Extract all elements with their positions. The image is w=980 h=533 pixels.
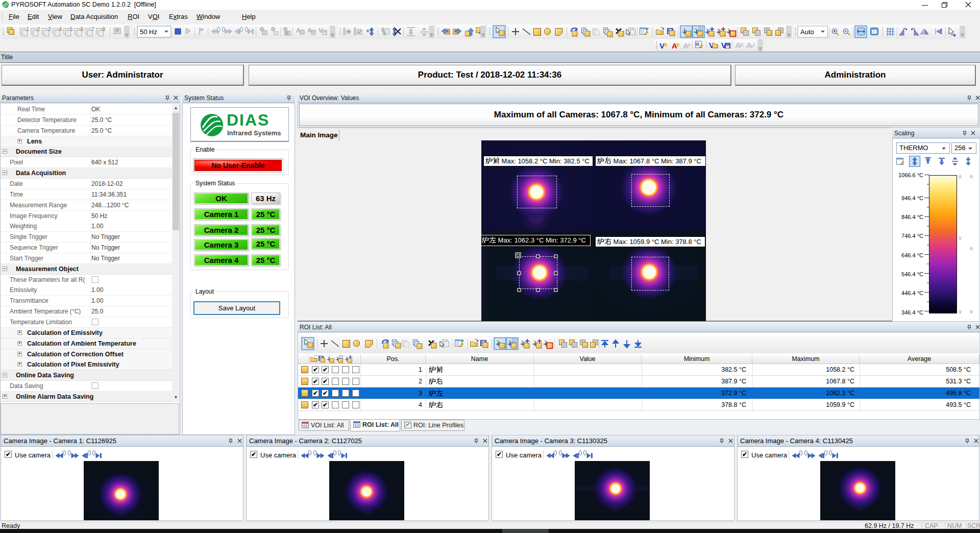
svg-text:A: A [513,340,516,343]
svg-text:A: A [746,41,752,50]
svg-text:6: 6 [81,26,84,32]
svg-text:1: 1 [26,26,29,32]
svg-text:7: 7 [91,26,94,32]
svg-text:3: 3 [48,26,51,32]
svg-text:A: A [672,41,677,50]
svg-text:8: 8 [102,26,105,32]
svg-text:50 Hz: 50 Hz [140,28,157,36]
svg-text:4: 4 [59,26,62,32]
svg-text:V: V [659,41,665,50]
svg-text:Auto: Auto [800,28,814,36]
svg-text:V: V [318,27,323,34]
svg-text:5: 5 [69,26,72,32]
svg-text:A: A [683,41,689,50]
svg-text:A: A [735,41,741,50]
svg-text:2: 2 [37,26,40,32]
svg-text:A: A [700,28,702,31]
